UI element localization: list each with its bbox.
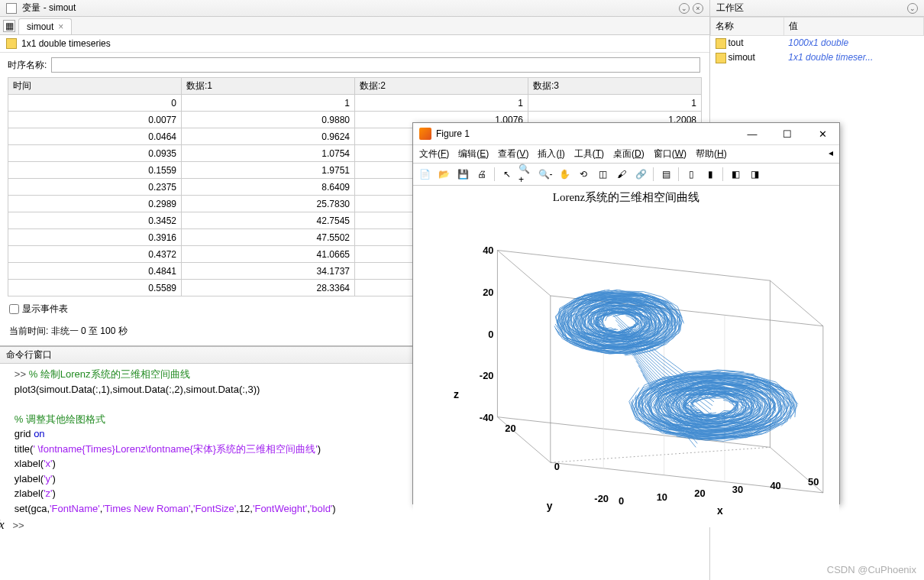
tab-label: simout (27, 21, 53, 32)
open-icon[interactable]: 📂 (435, 166, 452, 183)
ws-row[interactable]: tout1000x1 double (711, 36, 924, 50)
colorbar-icon[interactable]: ▤ (657, 166, 674, 183)
table-header[interactable]: 时间 (8, 78, 182, 95)
fx-icon: fx (0, 518, 5, 531)
table-cell[interactable]: 0.2375 (8, 179, 182, 196)
dock-icon[interactable]: ◧ (727, 166, 744, 183)
pan-icon[interactable]: ✋ (556, 166, 573, 183)
show-events-input[interactable] (9, 304, 19, 314)
menu-item[interactable]: 查看(V) (498, 147, 528, 160)
table-cell[interactable]: 0.9624 (182, 128, 355, 145)
datacursor-icon[interactable]: ◫ (594, 166, 611, 183)
table-cell[interactable]: 41.0665 (182, 246, 355, 263)
variable-icon (716, 53, 726, 63)
zlabel: z (454, 388, 459, 400)
menu-item[interactable]: 工具(T) (574, 147, 604, 160)
table-cell[interactable]: 47.5502 (182, 229, 355, 246)
menu-item[interactable]: 桌面(D) (613, 147, 645, 160)
save-icon[interactable]: 💾 (454, 166, 471, 183)
pointer-icon[interactable]: ↖ (499, 166, 515, 183)
svg-text:20: 20 (483, 287, 493, 298)
workspace-table[interactable]: 名称 值 tout1000x1 doublesimout1x1 double t… (710, 17, 924, 65)
svg-text:-40: -40 (480, 412, 494, 423)
table-header[interactable]: 数据:3 (528, 78, 702, 95)
close-button[interactable]: ✕ (812, 126, 833, 141)
svg-text:0: 0 (619, 495, 624, 507)
table-cell[interactable]: 0.0935 (8, 145, 182, 162)
table-cell[interactable]: 0.3452 (8, 212, 182, 229)
table-cell[interactable]: 0.0464 (8, 128, 182, 145)
zoom-in-icon[interactable]: 🔍+ (518, 166, 535, 183)
table-cell[interactable]: 0.0077 (8, 112, 182, 128)
svg-text:30: 30 (732, 484, 743, 495)
menu-item[interactable]: 窗口(W) (654, 147, 687, 160)
table-row[interactable]: 0111 (8, 95, 702, 112)
undock-icon[interactable]: ◨ (746, 166, 763, 183)
variable-icon (716, 38, 726, 49)
ws-col-name[interactable]: 名称 (711, 18, 784, 36)
close-panel-icon[interactable]: × (693, 3, 703, 14)
timeseries-icon (6, 38, 17, 49)
ws-col-value[interactable]: 值 (783, 18, 923, 36)
tab-list-icon[interactable]: ▦ (3, 20, 15, 32)
figure-toolbar: 📄📂💾🖨↖🔍+🔍-✋⟲◫🖌🔗▤▯▮◧◨ (413, 164, 839, 186)
layout2-icon[interactable]: ▮ (702, 166, 719, 183)
table-cell[interactable]: 0.4372 (8, 246, 182, 263)
command-window-title: 命令行窗口 (6, 348, 52, 361)
type-row: 1x1 double timeseries (0, 35, 709, 53)
separator (653, 167, 654, 181)
ws-dropdown-icon[interactable]: ⌄ (907, 3, 918, 14)
svg-line-1 (770, 280, 822, 326)
table-cell[interactable]: 0.9880 (182, 112, 355, 128)
variable-title-text: 变量 - simout (22, 2, 76, 13)
table-cell[interactable]: 1 (355, 95, 528, 112)
menu-item[interactable]: 插入(I) (538, 147, 564, 160)
link-icon[interactable]: 🔗 (632, 166, 649, 183)
show-events-label: 显示事件表 (22, 303, 68, 316)
variable-panel-title: 变量 - simout ⌄ × (0, 0, 709, 17)
table-cell[interactable]: 0.1559 (8, 162, 182, 179)
table-header[interactable]: 数据:2 (355, 78, 528, 95)
table-cell[interactable]: 0 (8, 95, 182, 112)
rotate3d-icon[interactable]: ⟲ (575, 166, 592, 183)
type-label: 1x1 double timeseries (21, 38, 111, 49)
table-cell[interactable]: 0.2989 (8, 196, 182, 212)
dropdown-icon[interactable]: ⌄ (679, 3, 690, 14)
tab-close-icon[interactable]: × (58, 21, 63, 32)
new-file-icon[interactable]: 📄 (416, 166, 433, 183)
figure-titlebar[interactable]: Figure 1 — ☐ ✕ (413, 123, 839, 145)
table-cell[interactable]: 1 (528, 95, 702, 112)
menu-item[interactable]: 文件(F) (419, 147, 449, 160)
table-cell[interactable]: 1.9751 (182, 162, 355, 179)
name-input[interactable] (51, 57, 700, 73)
table-cell[interactable]: 8.6409 (182, 179, 355, 196)
zoom-out-icon[interactable]: 🔍- (537, 166, 554, 183)
table-cell[interactable]: 0.5589 (8, 280, 182, 296)
svg-line-0 (497, 251, 550, 296)
separator (722, 167, 723, 181)
minimize-button[interactable]: — (741, 126, 763, 141)
table-cell[interactable]: 1 (182, 95, 355, 112)
ylabel: y (547, 500, 553, 512)
table-cell[interactable]: 28.3364 (182, 280, 355, 296)
menu-item[interactable]: 帮助(H) (696, 147, 727, 160)
tab-simout[interactable]: simout × (18, 18, 72, 34)
brush-icon[interactable]: 🖌 (613, 166, 630, 183)
figure-window[interactable]: Figure 1 — ☐ ✕ 文件(F)编辑(E)查看(V)插入(I)工具(T)… (412, 122, 840, 504)
table-cell[interactable]: 25.7830 (182, 196, 355, 212)
table-cell[interactable]: 0.3916 (8, 229, 182, 246)
layout1-icon[interactable]: ▯ (683, 166, 699, 183)
menu-overflow-icon[interactable]: ◂ (829, 147, 833, 160)
separator (494, 167, 495, 181)
watermark: CSDN @CuPhoenix (827, 564, 916, 575)
table-header[interactable]: 数据:1 (182, 78, 355, 95)
table-cell[interactable]: 0.4841 (8, 263, 182, 280)
maximize-button[interactable]: ☐ (777, 126, 798, 141)
ws-row[interactable]: simout1x1 double timeser... (711, 50, 924, 65)
table-cell[interactable]: 1.0754 (182, 145, 355, 162)
plot-area[interactable]: Lorenz系统的三维相空间曲线 z (413, 186, 839, 527)
table-cell[interactable]: 34.1737 (182, 263, 355, 280)
menu-item[interactable]: 编辑(E) (458, 147, 489, 160)
print-icon[interactable]: 🖨 (473, 166, 490, 183)
table-cell[interactable]: 42.7545 (182, 212, 355, 229)
